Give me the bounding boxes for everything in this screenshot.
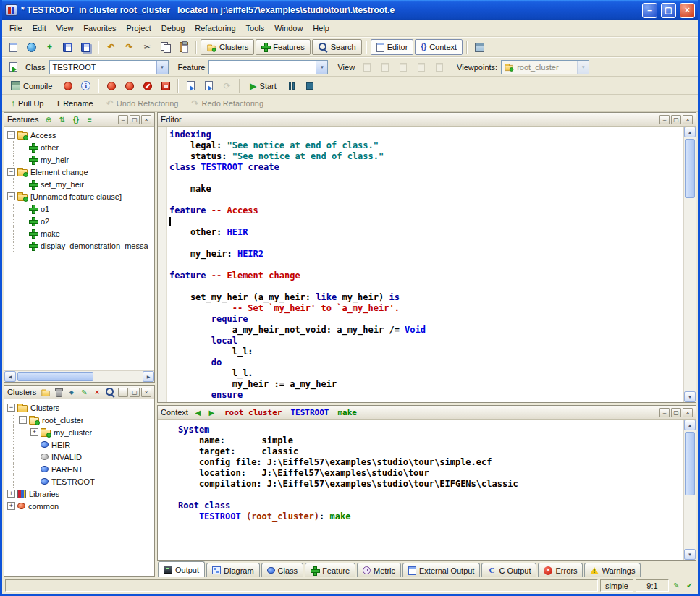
collapse-icon[interactable]: − — [7, 192, 15, 200]
context-panel-titlebar[interactable]: Context ◀ ▶ root_clusterTESTROOTmake – ▢… — [158, 406, 696, 420]
add-cluster-icon[interactable] — [41, 387, 51, 398]
paste-button[interactable] — [175, 39, 192, 55]
editor-vscroll-thumb[interactable] — [685, 139, 695, 198]
feature-list-icon[interactable]: ≡ — [84, 114, 95, 125]
discard-assertions-button[interactable] — [139, 78, 156, 94]
remove-cluster-icon[interactable]: × — [92, 387, 102, 398]
tree-item-label[interactable]: PARENT — [51, 465, 83, 474]
context-back-button[interactable]: ◀ — [193, 407, 203, 418]
class-combobox[interactable]: TESTROOT ▼ — [49, 60, 169, 74]
redo-button[interactable]: ↷ — [121, 39, 138, 55]
view-interface-button[interactable] — [431, 59, 447, 75]
features-minimize-button[interactable]: – — [118, 115, 128, 124]
editor-panel-titlebar[interactable]: Editor – ▢ × — [158, 113, 696, 127]
stop-button[interactable] — [302, 78, 319, 94]
features-tree[interactable]: −Accessothermy_heir−Element changeset_my… — [4, 127, 154, 370]
window-minimize-button[interactable]: – — [642, 3, 657, 18]
tree-item-display-demonstration-messa[interactable]: display_demonstration_messa — [4, 239, 154, 252]
features-hscroll-thumb[interactable] — [17, 372, 93, 381]
tree-item-parent[interactable]: PARENT — [4, 463, 154, 475]
tree-item-common[interactable]: +common — [4, 500, 154, 512]
context-crumb-root-cluster[interactable]: root_cluster — [224, 407, 282, 418]
view-contract-button[interactable] — [413, 59, 429, 75]
sort-features-icon[interactable]: ⇅ — [56, 114, 67, 125]
feature-combobox[interactable]: ▼ — [208, 60, 328, 74]
context-vscroll-thumb[interactable] — [685, 432, 695, 495]
precompile-button[interactable] — [157, 78, 174, 94]
tree-item-clusters[interactable]: −Clusters — [4, 401, 154, 414]
collapse-icon[interactable]: − — [7, 168, 15, 176]
tree-item-heir[interactable]: HEIR — [4, 438, 154, 451]
context-output-area[interactable]: System name: simple target: classic conf… — [158, 420, 683, 560]
tab-errors[interactable]: Errors — [538, 563, 583, 577]
editor-restore-button[interactable]: ▢ — [671, 115, 681, 124]
tree-item-element-change[interactable]: −Element change — [4, 166, 154, 178]
menu-window[interactable]: Window — [269, 22, 308, 35]
view-text-button[interactable] — [358, 59, 375, 75]
tree-item-testroot[interactable]: TESTROOT — [4, 475, 154, 488]
tab-warnings[interactable]: Warnings — [584, 563, 641, 577]
tree-item-label[interactable]: o1 — [41, 205, 49, 213]
context-forward-button[interactable]: ▶ — [206, 407, 217, 418]
collapse-icon[interactable]: − — [7, 404, 15, 412]
editor-scroll-down-button[interactable]: ▼ — [684, 391, 696, 402]
tab-diagram[interactable]: Diagram — [206, 563, 260, 577]
editor-vscrollbar[interactable]: ▲ ▼ — [683, 127, 696, 402]
tree-item-label[interactable]: Access — [30, 131, 56, 140]
tree-item-set-my-heir[interactable]: set_my_heir — [4, 178, 154, 190]
pause-button[interactable] — [284, 78, 300, 94]
editor-gutter[interactable] — [158, 127, 167, 402]
context-restore-button[interactable]: ▢ — [671, 408, 681, 417]
window-titlebar[interactable]: * TESTROOT in cluster root_cluster locat… — [2, 0, 698, 20]
search-tool-button[interactable]: Search — [312, 39, 362, 55]
tree-item-unnamed-feature-clause[interactable]: −[Unnamed feature clause] — [4, 190, 154, 203]
context-vscrollbar[interactable]: ▲ ▼ — [683, 420, 696, 560]
menu-tools[interactable]: Tools — [241, 22, 270, 35]
tree-item-label[interactable]: INVALID — [51, 453, 82, 461]
compilation-info-button[interactable]: i — [77, 78, 94, 94]
editor-scroll-up-button[interactable]: ▲ — [684, 127, 696, 137]
features-hscroll-track[interactable] — [16, 371, 143, 382]
class-dropdown-icon[interactable]: ▼ — [156, 61, 168, 74]
view-flat-button[interactable] — [395, 59, 411, 75]
class-combobox-value[interactable]: TESTROOT — [50, 63, 156, 72]
diamond-icon[interactable]: ◆ — [67, 387, 77, 398]
clusters-restore-button[interactable]: ▢ — [130, 388, 140, 397]
viewpoints-dropdown-icon[interactable]: ▼ — [577, 61, 589, 74]
clusters-minimize-button[interactable]: – — [118, 388, 128, 397]
tree-item-label[interactable]: [Unnamed feature clause] — [30, 192, 122, 201]
tree-item-label[interactable]: o2 — [41, 217, 49, 226]
context-tool-button[interactable]: {} Context — [415, 39, 463, 55]
tree-item-label[interactable]: set_my_heir — [41, 180, 84, 189]
sync-context-button[interactable] — [182, 78, 199, 94]
context-scroll-up-button[interactable]: ▲ — [684, 420, 696, 430]
tree-item-label[interactable]: common — [28, 502, 59, 511]
tree-item-libraries[interactable]: +Libraries — [4, 488, 154, 500]
save-all-button[interactable] — [77, 39, 94, 55]
viewpoints-combobox[interactable]: root_cluster ▼ — [501, 60, 589, 74]
save-button[interactable] — [59, 39, 76, 55]
tab-class[interactable]: Class — [261, 563, 304, 577]
menu-favorites[interactable]: Favorites — [78, 22, 121, 35]
window-maximize-button[interactable]: ▢ — [661, 3, 676, 18]
view-clickable-button[interactable] — [376, 59, 393, 75]
tree-item-my-cluster[interactable]: +my_cluster — [4, 426, 154, 438]
tree-item-label[interactable]: my_heir — [41, 156, 69, 164]
tree-item-invalid[interactable]: INVALID — [4, 451, 154, 463]
clusters-tool-button[interactable]: Clusters — [201, 39, 254, 55]
editor-code-area[interactable]: indexing legal: "See notice at end of cl… — [167, 127, 683, 402]
compile-button[interactable]: Compile — [5, 78, 58, 94]
collapse-icon[interactable]: − — [7, 131, 15, 139]
viewpoints-combobox-value[interactable]: root_cluster — [514, 63, 577, 72]
menu-view[interactable]: View — [51, 22, 79, 35]
tree-item-label[interactable]: Clusters — [30, 404, 59, 412]
start-button[interactable]: ▶ Start — [244, 78, 282, 94]
editor-close-button[interactable]: × — [683, 115, 693, 124]
tab-metric[interactable]: Metric — [357, 563, 401, 577]
features-restore-button[interactable]: ▢ — [130, 115, 140, 124]
context-minimize-button[interactable]: – — [659, 408, 670, 417]
tree-item-other[interactable]: other — [4, 141, 154, 153]
open-button[interactable] — [23, 39, 40, 55]
tree-item-o2[interactable]: o2 — [4, 215, 154, 227]
open-in-editor-button[interactable] — [201, 78, 217, 94]
